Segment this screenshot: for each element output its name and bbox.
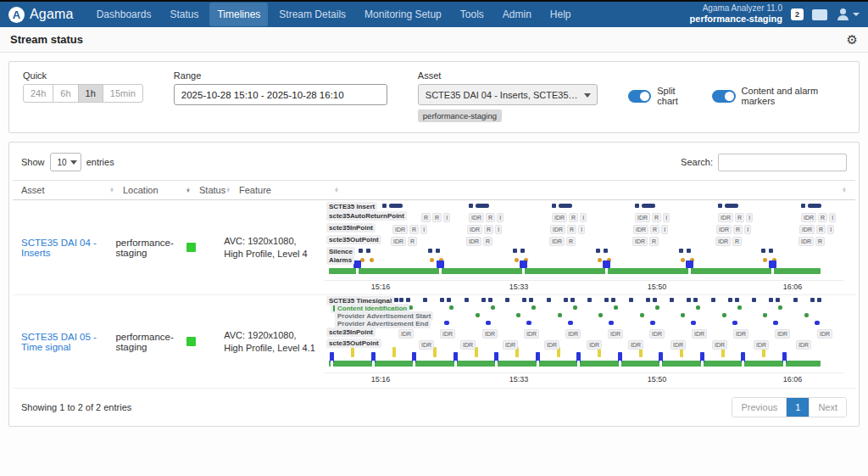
m-blue-sq-marker	[353, 260, 361, 268]
account-name: performance-staging	[690, 14, 782, 25]
frame-type-badge: IDR	[549, 237, 565, 246]
quick-button-6h[interactable]: 6h	[53, 84, 78, 103]
frame-type-badges: IDR	[733, 328, 750, 339]
frame-type-badges: IDRR	[798, 235, 826, 246]
column-header-status[interactable]: Status▲▼	[199, 185, 239, 195]
toggle-switch[interactable]	[712, 90, 736, 103]
column-header-location[interactable]: Location▲▼	[123, 185, 199, 195]
frame-type-badges: IDR	[670, 339, 687, 350]
axis-tick-label: 15:50	[648, 375, 667, 384]
brand[interactable]: A Agama	[8, 7, 74, 23]
bar-gap	[495, 361, 498, 367]
entries-select[interactable]: 10	[50, 153, 81, 171]
column-header-asset[interactable]: Asset▲▼	[21, 185, 123, 195]
column-header-timeline[interactable]: ▲▼	[348, 185, 855, 195]
nav-item-stream-details[interactable]: Stream Details	[271, 3, 353, 26]
toggle-label: Content and alarm markers	[742, 86, 845, 106]
axis-tick-label: 15:33	[509, 375, 529, 384]
m-navy-sq-marker	[552, 204, 556, 208]
search-input[interactable]	[718, 154, 847, 171]
m-green-dot-marker	[476, 313, 480, 317]
toggle-split-chart[interactable]: Split chart	[628, 86, 695, 106]
m-navy-sq-marker	[604, 249, 608, 253]
nav-item-timelines[interactable]: Timelines	[209, 3, 268, 26]
sort-desc-icon: ▼	[186, 190, 191, 193]
frame-type-badge: I	[497, 213, 504, 222]
asset-link[interactable]: SCTE35 DAI 04 - Inserts	[21, 238, 107, 258]
m-navy-sq-marker	[718, 204, 722, 208]
m-navy-sq-marker	[428, 249, 432, 253]
m-navy-sq-marker	[735, 298, 739, 302]
m-green-dot-marker	[778, 305, 782, 310]
asset-tag[interactable]: performance-staging	[418, 109, 502, 122]
entries-select-value: 10	[58, 158, 67, 167]
m-navy-sq-marker	[513, 249, 517, 253]
page-1-button[interactable]: 1	[786, 398, 809, 417]
frame-type-badge: R	[733, 225, 743, 234]
feature-cell: AVC: 1920x1080, High Profile, Level 4.1	[224, 295, 325, 388]
bar-gap	[577, 361, 580, 367]
frame-type-badges: IDRRI	[718, 211, 754, 222]
user-menu[interactable]	[836, 8, 860, 20]
m-navy-sq-marker	[810, 298, 815, 302]
quick-button-24h[interactable]: 24h	[23, 84, 53, 103]
frame-type-badge: IDR	[524, 329, 539, 339]
quick-button-15min[interactable]: 15min	[103, 84, 143, 103]
frame-type-badge: IDR	[608, 329, 623, 339]
settings-gear-icon[interactable]: ⚙	[847, 33, 858, 46]
time-axis	[325, 372, 843, 373]
m-orange-dot-marker	[430, 258, 434, 262]
frame-type-badge: I	[580, 213, 587, 222]
m-navy-rect-marker	[476, 204, 489, 208]
frame-type-badge: IDR	[391, 237, 406, 246]
search-group: Search:	[681, 154, 847, 171]
frame-type-badge: IDR	[460, 340, 476, 350]
bar-gap	[331, 361, 333, 367]
brand-name: Agama	[30, 7, 74, 22]
next-page-button[interactable]: Next	[809, 398, 846, 417]
toggle-knob	[725, 92, 734, 101]
column-header-feature[interactable]: Feature▲▼	[239, 185, 348, 195]
frame-type-badges: IDRRI	[550, 223, 587, 234]
frame-type-badge: R	[732, 237, 742, 246]
toggle-content-and-alarm-markers[interactable]: Content and alarm markers	[712, 86, 845, 106]
frame-type-badge: IDR	[587, 340, 602, 350]
nav-item-status[interactable]: Status	[162, 3, 206, 26]
m-navy-sq-marker	[436, 249, 440, 253]
nav-item-tools[interactable]: Tools	[453, 3, 492, 26]
sort-desc-icon: ▼	[109, 190, 114, 193]
quick-button-1h[interactable]: 1h	[78, 84, 103, 103]
m-blue-dot-marker	[650, 321, 655, 325]
toggle-switch[interactable]	[628, 90, 651, 103]
frame-type-badge: IDR	[635, 213, 650, 222]
m-navy-sq-marker	[564, 298, 568, 302]
m-green-dot-marker	[573, 305, 577, 310]
frame-type-badges: IDRRI	[801, 211, 837, 222]
m-navy-sq-marker	[406, 298, 410, 302]
range-input[interactable]	[174, 84, 387, 105]
frame-type-badges: IDRRI	[552, 211, 588, 222]
lane-label-scte35-insert: SCTE35 Insert	[326, 202, 377, 211]
nav-item-dashboards[interactable]: Dashboards	[89, 3, 159, 26]
nav-item-admin[interactable]: Admin	[495, 3, 539, 26]
asset-link[interactable]: SCTE35 DAI 05 - Time signal	[21, 332, 107, 352]
timeline-cell: SCTE35 Insertscte35AutoReturnPointRRIIDR…	[325, 200, 855, 294]
m-blue-dot-marker	[773, 321, 778, 325]
time-axis	[325, 280, 843, 281]
frame-type-badge: IDR	[733, 329, 748, 339]
user-icon	[836, 8, 849, 20]
m-navy-sq-marker	[604, 298, 609, 302]
previous-page-button[interactable]: Previous	[732, 398, 786, 417]
frame-type-badges: IDR	[440, 328, 457, 339]
frame-type-badge: I	[443, 213, 450, 222]
quick-label: Quick	[23, 70, 143, 81]
bar-gap	[783, 361, 786, 367]
window-icon[interactable]	[812, 9, 827, 20]
nav-item-monitoring-setup[interactable]: Monitoring Setup	[357, 3, 449, 26]
asset-select-value: SCTE35 DAI 04 - Inserts, SCTE35 DAI 05 -…	[426, 90, 580, 100]
nav-item-help[interactable]: Help	[542, 3, 579, 26]
m-navy-sq-marker	[653, 298, 657, 302]
notification-badge[interactable]: 2	[791, 8, 804, 20]
frame-type-badge: I	[829, 213, 836, 222]
asset-select[interactable]: SCTE35 DAI 04 - Inserts, SCTE35 DAI 05 -…	[418, 84, 598, 105]
